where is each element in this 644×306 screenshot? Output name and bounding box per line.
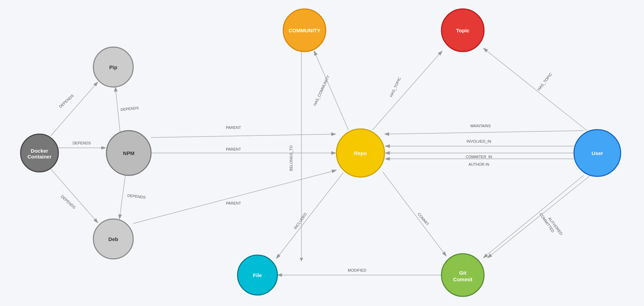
arrow-belongs-to: [300, 258, 303, 261]
edge-label-npm-deb: DEPENDS: [127, 193, 146, 199]
edge-npm-deb: [119, 175, 125, 219]
edge-label-npm-pip: DEPENDS: [120, 106, 139, 111]
edge-label-belongs-to: BELONGS_TO: [289, 145, 293, 171]
node-pip[interactable]: [93, 47, 133, 87]
node-topic[interactable]: [441, 9, 484, 52]
node-user[interactable]: [574, 130, 621, 176]
edge-user-gitcommit-committed: [483, 175, 584, 258]
edge-label-user-repo-author: AUTHOR IN: [469, 162, 490, 166]
edge-label-npm-repo-upper: PARENT: [226, 125, 241, 130]
edge-label-docker-npm: DEPENDS: [72, 141, 91, 145]
node-deb[interactable]: [93, 219, 133, 259]
edge-user-repo-maintains: [384, 131, 584, 134]
edge-label-docker-deb: DEPENDS: [60, 194, 77, 210]
node-repo[interactable]: [336, 129, 384, 177]
edge-label-gitcommit-file: MODIFIED: [348, 268, 366, 272]
edge-label-deb-repo: PARENT: [226, 201, 241, 205]
edge-label-repo-community: HAS_COMMUNITY: [313, 74, 331, 106]
edge-npm-repo-upper: [151, 134, 336, 138]
edge-label-repo-gitcommit: COMMIT: [417, 212, 430, 226]
edge-user-topic: [483, 48, 587, 131]
edge-label-user-topic: HAS_TOPIC: [537, 72, 553, 91]
edge-label-npm-repo-middle: PARENT: [226, 147, 241, 151]
node-community[interactable]: [283, 9, 326, 52]
node-gitcommit[interactable]: [441, 254, 484, 296]
edge-docker-pip: [51, 82, 98, 136]
edge-label-user-repo-commiter: COMMITER_IN: [466, 155, 492, 159]
edge-label-user-repo-involved: INVOLVED_IN: [467, 139, 491, 143]
node-docker[interactable]: [21, 134, 58, 172]
graph-canvas: DEPENDS DEPENDS DEPENDS DEPENDS DEPENDS …: [0, 0, 644, 306]
edge-label-repo-topic: HAS_TOPIC: [389, 77, 402, 98]
edge-label-user-repo-maintains: MAINTAINS: [470, 124, 491, 128]
edge-npm-pip: [115, 87, 120, 132]
edge-repo-file: [276, 173, 343, 259]
edge-repo-gitcommit: [383, 172, 446, 256]
edge-user-gitcommit-authored: [487, 175, 590, 258]
edge-repo-topic: [372, 51, 442, 130]
node-file[interactable]: [238, 255, 277, 295]
edge-label-docker-pip: DEPENDS: [58, 94, 75, 109]
edge-docker-deb: [51, 169, 98, 223]
node-npm[interactable]: [106, 131, 151, 175]
